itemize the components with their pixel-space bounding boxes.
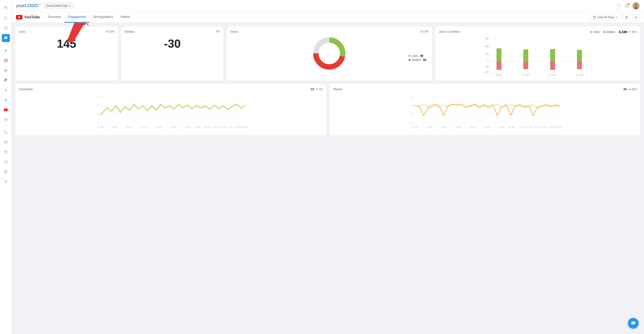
- sidebar-item-podcast[interactable]: [2, 116, 10, 124]
- chat-bubble-button[interactable]: [628, 318, 639, 329]
- sidebar-item-instagram[interactable]: [2, 57, 10, 65]
- bottom-charts-grid: Comments 83 2% 6 4 2 0: [15, 84, 640, 136]
- svg-rect-23: [627, 16, 628, 18]
- calendar-icon: [593, 16, 596, 19]
- lvd-likes-label: Likes: [593, 31, 600, 34]
- topbar-right: ?: [616, 2, 640, 10]
- sidebar-item-phone[interactable]: [2, 128, 10, 136]
- sidebar-item-analytics[interactable]: [2, 168, 10, 176]
- comments-chart-header: Comments 83 2%: [19, 88, 323, 91]
- content: Likes 21% 145 Dislikes 0% -30: [12, 23, 644, 334]
- svg-point-10: [5, 151, 6, 152]
- account-selector[interactable]: Good Grief Cafe: [44, 3, 74, 9]
- sidebar-item-clock[interactable]: [2, 24, 10, 32]
- lvd-header: Likes vs Dislikes Likes Dislikes: [439, 30, 637, 34]
- svg-rect-51: [523, 61, 528, 69]
- svg-point-5: [6, 60, 7, 60]
- main-wrapper: yourLOGOTM Good Grief Cafe ?: [12, 0, 644, 334]
- tab-overview[interactable]: Overview: [44, 12, 64, 23]
- svg-text:2 Jul: 2 Jul: [542, 126, 546, 128]
- svg-point-25: [635, 17, 636, 18]
- svg-point-16: [634, 4, 637, 6]
- shares-chart-title: Shares: [333, 88, 342, 91]
- svg-text:50: 50: [486, 53, 489, 56]
- svg-text:4 Jul: 4 Jul: [234, 126, 238, 128]
- dislikes-title: Dislikes: [124, 30, 134, 33]
- comments-line-chart: 6 4 2 0 10 Jun 12 Jun: [19, 93, 323, 131]
- svg-text:6: 6: [98, 95, 99, 98]
- svg-text:4 Jul: 4 Jul: [548, 126, 552, 128]
- date-picker[interactable]: Last 30 Days: [590, 14, 621, 20]
- platform-actions: Last 30 Days: [590, 14, 640, 21]
- comments-badge: 2%: [316, 88, 322, 91]
- likes-value: 145: [19, 38, 114, 50]
- dislikes-legend-dot: [408, 59, 410, 61]
- svg-text:30 Jun: 30 Jun: [220, 126, 226, 128]
- share-button[interactable]: [632, 14, 640, 21]
- sidebar-item-linkedin[interactable]: in: [2, 67, 10, 75]
- sidebar-item-email[interactable]: [2, 138, 10, 146]
- share-icon: [634, 16, 638, 19]
- svg-rect-48: [496, 61, 502, 70]
- lvd-dislikes-label: Dislikes: [606, 31, 615, 34]
- sidebar-item-youtube[interactable]: [2, 106, 10, 114]
- sidebar-item-pinterest[interactable]: P: [2, 76, 10, 84]
- likes-vs-dislikes-card: Likes vs Dislikes Likes Dislikes: [435, 27, 640, 81]
- logo-tm: TM: [38, 3, 41, 6]
- svg-text:6: 6: [412, 95, 413, 98]
- svg-text:26 Jun: 26 Jun: [204, 126, 210, 128]
- topbar: yourLOGOTM Good Grief Cafe ?: [12, 0, 644, 12]
- views-card: Views 17%: [227, 27, 432, 81]
- sidebar-item-user[interactable]: [2, 178, 10, 186]
- sidebar-item-chat[interactable]: [2, 34, 10, 42]
- lvd-arrow-up-icon: [628, 31, 631, 33]
- youtube-play-icon: [18, 16, 20, 19]
- tab-demographics[interactable]: Demographics: [90, 12, 117, 23]
- shares-chart-header: Shares 69 16%: [333, 88, 637, 91]
- svg-text:16 Jun: 16 Jun: [141, 126, 147, 128]
- svg-line-1: [6, 19, 7, 20]
- sidebar-item-search[interactable]: [2, 14, 10, 22]
- lvd-likes-dot: [590, 31, 592, 33]
- columns-button[interactable]: [623, 14, 630, 21]
- sidebar-item-vimeo[interactable]: V: [2, 96, 10, 104]
- svg-text:26 Jun: 26 Jun: [519, 126, 525, 128]
- platform-nav: YouTube Overview Engagement Demographics…: [16, 12, 134, 23]
- svg-text:14 Jun: 14 Jun: [440, 126, 446, 128]
- sidebar-item-cart[interactable]: [2, 158, 10, 166]
- svg-text:4: 4: [98, 104, 99, 107]
- svg-text:24 Jun: 24 Jun: [509, 126, 515, 128]
- columns-icon: [625, 16, 628, 19]
- shares-chart-card: Shares 69 16% 6 4 2 0: [330, 84, 641, 136]
- avatar[interactable]: [632, 2, 640, 10]
- svg-text:11 Jun: 11 Jun: [549, 73, 556, 76]
- svg-text:-100: -100: [484, 71, 489, 73]
- sidebar-item-twitter[interactable]: t: [2, 86, 10, 94]
- svg-text:8 Jul: 8 Jul: [557, 126, 561, 128]
- bar-chart: 150 100 50 0 -50 -100: [439, 36, 637, 76]
- svg-text:0: 0: [487, 60, 489, 62]
- help-button[interactable]: ?: [616, 3, 622, 9]
- sidebar-item-grid[interactable]: ⊞: [2, 3, 10, 11]
- svg-line-27: [636, 17, 636, 18]
- svg-rect-56: [577, 50, 582, 61]
- svg-point-26: [636, 18, 637, 19]
- lvd-dislikes-dot: [603, 31, 605, 33]
- chevron-down-icon: [69, 5, 71, 7]
- tab-videos[interactable]: Videos: [117, 12, 134, 23]
- svg-text:10 Jun: 10 Jun: [412, 126, 418, 128]
- date-chevron-icon: [616, 16, 618, 18]
- svg-text:10 Jun: 10 Jun: [522, 73, 529, 76]
- svg-rect-3: [4, 59, 7, 62]
- arrow-down-icon: [106, 31, 108, 33]
- svg-rect-22: [626, 16, 626, 18]
- metrics-grid: Likes 21% 145 Dislikes 0% -30: [15, 27, 640, 81]
- svg-text:22 Jun: 22 Jun: [499, 126, 505, 128]
- sidebar-item-facebook[interactable]: f: [2, 47, 10, 55]
- tab-engagement[interactable]: Engagement: [64, 12, 90, 23]
- dislikes-card: Dislikes 0% -30: [121, 27, 224, 81]
- likes-legend-item: Likes 96: [408, 54, 426, 58]
- sidebar-item-location[interactable]: [2, 148, 10, 156]
- svg-text:0: 0: [412, 122, 413, 124]
- notification-button[interactable]: [624, 3, 630, 9]
